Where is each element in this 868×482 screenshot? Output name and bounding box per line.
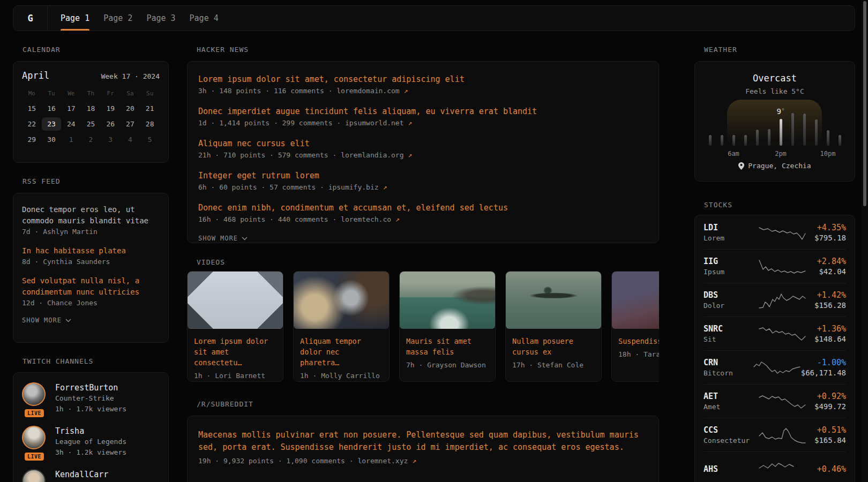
stock-row[interactable]: CRNBitcorn-1.00%$66,171.48 (704, 350, 846, 384)
video-title[interactable]: Aliquam tempor dolor nec pharetra… (294, 329, 389, 368)
channel-name[interactable]: Trisha (55, 426, 126, 436)
rss-section-label: RSS FEED (23, 177, 169, 186)
stock-price: $148.64 (806, 334, 846, 344)
weather-feels-like: Feels like 5°C (695, 87, 855, 95)
stock-row[interactable]: AETAmet+0.92%$499.72 (704, 384, 846, 418)
stock-row[interactable]: DBSDolor+1.42%$156.28 (704, 283, 846, 317)
weather-hour-label: 10pm (820, 150, 836, 157)
weather-location: Prague, Czechia (748, 162, 811, 170)
source-link[interactable]: loremlandia.org (341, 151, 403, 159)
source-link[interactable]: loremnet.xyz (357, 457, 408, 465)
video-title[interactable]: Mauris sit amet massa felis (400, 329, 495, 357)
hn-post: Aliquam nec cursus elit 21h · 710 points… (198, 138, 648, 159)
videos-section-label: VIDEOS (197, 258, 659, 267)
calendar-date-cell: 19 (101, 102, 121, 115)
avatar (22, 426, 46, 449)
calendar-date-cell: 2 (81, 133, 101, 146)
tab-page-4[interactable]: Page 4 (183, 6, 226, 31)
calendar-date-cell: 3 (101, 133, 121, 146)
calendar-date-cell: 18 (81, 102, 101, 115)
weather-highlight-temp: 9° (776, 107, 784, 116)
video-thumbnail[interactable] (294, 272, 389, 329)
stock-symbol: AHS (704, 464, 758, 475)
weather-hour-label: 2pm (775, 150, 787, 157)
calendar-date-cell: 4 (121, 133, 140, 146)
stock-sparkline (758, 258, 806, 276)
video-thumbnail[interactable] (400, 272, 495, 329)
hn-post-title[interactable]: Donec imperdiet augue tincidunt felis al… (198, 106, 648, 117)
hn-post-title[interactable]: Aliquam nec cursus elit (198, 138, 648, 149)
show-more-label: SHOW MORE (198, 235, 238, 242)
twitch-channel-row[interactable]: LIVE Trisha League of Legends 3h · 1.2k … (22, 426, 160, 458)
tab-page-1[interactable]: Page 1 (54, 6, 96, 31)
stock-sparkline (758, 460, 806, 478)
external-link-icon: ↗ (408, 119, 412, 127)
channel-name[interactable]: KendallCarr (55, 469, 108, 480)
source-link[interactable]: loremdomain.com (336, 87, 399, 95)
video-thumbnail[interactable] (506, 272, 601, 329)
calendar-weekday: Fr (101, 88, 121, 100)
video-title[interactable]: Nullam posuere cursus ex (506, 329, 601, 357)
weather-bar (721, 135, 723, 146)
stock-row[interactable]: CCSConsectetur+0.51%$165.84 (704, 418, 846, 451)
rss-show-more-button[interactable]: SHOW MORE (22, 317, 160, 324)
tab-label: Page 3 (146, 13, 175, 23)
source-link[interactable]: loremtech.co (341, 215, 391, 223)
video-card[interactable]: Mauris sit amet massa felis 7h · Grayson… (399, 271, 496, 382)
post-meta-text: 21h · 710 points · 579 comments · (198, 151, 341, 159)
live-badge: LIVE (25, 409, 44, 417)
stock-row[interactable]: AHS+0.46% (704, 451, 846, 482)
stock-row[interactable]: SNRCSit+1.36%$148.64 (704, 317, 846, 350)
twitch-channel-row[interactable]: KendallCarr (22, 469, 160, 482)
rss-item-meta: 7d · Ashlyn Martin (22, 228, 160, 236)
reddit-post: Maecenas mollis pulvinar erat non posuer… (198, 429, 648, 465)
scrollbar-thumb[interactable] (863, 1, 866, 206)
stock-symbol: DBS (704, 290, 758, 300)
twitch-channel-row[interactable]: LIVE ForrestBurton Counter-Strike 1h · 1… (22, 382, 160, 415)
rss-item-title[interactable]: Sed volutpat nulla nisl, a condimentum n… (22, 275, 160, 298)
calendar-date-cell: 1 (61, 133, 81, 146)
post-meta-text: 1d · 1,414 points · 299 comments · (198, 119, 345, 127)
weather-bar (815, 119, 818, 146)
hn-post-title[interactable]: Integer eget rutrum lorem (198, 170, 648, 181)
stock-price: $795.18 (806, 233, 846, 243)
tab-label: Page 2 (103, 13, 132, 23)
reddit-post-meta: 19h · 9,932 points · 1,090 comments · lo… (198, 457, 648, 465)
stock-name: Ipsum (704, 267, 758, 277)
app-logo[interactable]: G (13, 6, 48, 31)
hn-post-title[interactable]: Lorem ipsum dolor sit amet, consectetur … (198, 74, 648, 85)
reddit-post-title[interactable]: Maecenas mollis pulvinar erat non posuer… (198, 429, 648, 454)
weather-bar (709, 135, 712, 146)
video-meta: 17h · Stefan Cole (506, 357, 601, 369)
calendar-date-cell: 21 (140, 102, 160, 115)
source-link[interactable]: ipsumify.biz (328, 183, 379, 191)
stock-row[interactable]: IIGIpsum+2.84%$42.04 (704, 249, 846, 283)
calendar-weekday: We (61, 88, 81, 100)
channel-name[interactable]: ForrestBurton (55, 382, 126, 393)
tab-page-3[interactable]: Page 3 (139, 6, 182, 31)
hn-post-meta: 3h · 148 points · 116 comments · loremdo… (198, 87, 648, 95)
avatar (22, 382, 46, 406)
video-title[interactable]: Lorem ipsum dolor sit amet consectetu… (188, 329, 283, 368)
videos-row: Lorem ipsum dolor sit amet consectetu… 1… (187, 271, 659, 382)
rss-item-title[interactable]: In hac habitasse platea (22, 245, 160, 257)
source-link[interactable]: ipsumworld.net (345, 119, 404, 127)
calendar-date-cell: 29 (22, 133, 42, 146)
hn-show-more-button[interactable]: SHOW MORE (198, 235, 648, 242)
video-card[interactable]: Suspendisse diam 18h · Tara (611, 271, 659, 382)
chevron-down-icon (242, 235, 248, 242)
video-title[interactable]: Suspendisse diam (612, 329, 659, 347)
calendar-section-label: CALENDAR (23, 46, 169, 54)
video-thumbnail[interactable] (188, 272, 283, 329)
video-thumbnail[interactable] (612, 272, 659, 329)
video-card[interactable]: Nullam posuere cursus ex 17h · Stefan Co… (505, 271, 602, 382)
hn-post-title[interactable]: Donec enim nibh, condimentum et accumsan… (198, 202, 648, 213)
hn-post: Lorem ipsum dolor sit amet, consectetur … (198, 74, 648, 95)
tab-page-2[interactable]: Page 2 (96, 6, 139, 31)
video-card[interactable]: Lorem ipsum dolor sit amet consectetu… 1… (187, 271, 283, 382)
rss-item-title[interactable]: Donec tempor eros leo, ut commodo mauris… (22, 204, 160, 227)
stock-row[interactable]: LDILorem+4.35%$795.18 (704, 215, 846, 249)
calendar-date-cell: 17 (61, 102, 81, 115)
video-card[interactable]: Aliquam tempor dolor nec pharetra… 1h · … (293, 271, 390, 382)
channel-game: Counter-Strike (55, 393, 126, 404)
